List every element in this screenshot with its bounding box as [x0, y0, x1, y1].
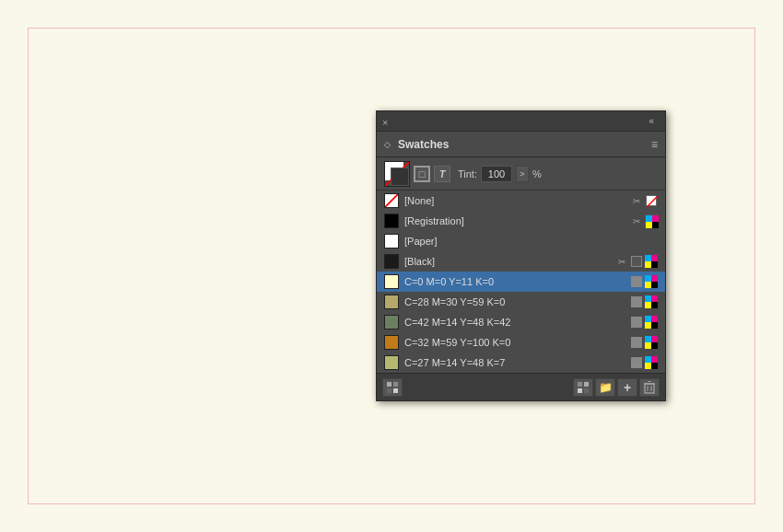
- swatch-0-grid-icon: [630, 275, 643, 288]
- swatch-1-grid-icon: [630, 295, 643, 308]
- swatch-color-black: [384, 254, 399, 269]
- swatch-color-4: [384, 355, 399, 370]
- svg-rect-4: [393, 382, 398, 387]
- swatches-icon: [386, 381, 399, 394]
- swatch-row-0[interactable]: C=0 M=0 Y=11 K=0: [377, 272, 665, 292]
- swatch-row-paper[interactable]: [Paper]: [377, 231, 665, 251]
- swatch-color-1: [384, 295, 399, 309]
- swatch-name-0: C=0 M=0 Y=11 K=0: [404, 276, 625, 287]
- swatch-0-icons: [630, 275, 658, 288]
- svg-rect-6: [393, 388, 398, 393]
- swatch-row-none[interactable]: [None] ✂: [377, 191, 665, 211]
- panel-header: ◇ Swatches ≡: [377, 132, 665, 157]
- swatch-4-grid-icon: [630, 356, 643, 369]
- show-color-groups-button[interactable]: [573, 378, 593, 397]
- swatch-name-black: [Black]: [404, 256, 610, 267]
- swatch-name-registration: [Registration]: [404, 215, 625, 226]
- swatch-name-none: [None]: [404, 195, 625, 206]
- svg-rect-9: [578, 388, 582, 393]
- footer-left: [382, 378, 403, 397]
- swatch-name-paper: [Paper]: [404, 236, 652, 247]
- fill-stroke-preview[interactable]: [384, 161, 410, 187]
- swatch-0-cmyk-icon: [645, 275, 658, 288]
- folder-icon: 📁: [599, 381, 613, 394]
- panel-titlebar: × «: [377, 111, 665, 132]
- new-color-group-button[interactable]: 📁: [595, 378, 615, 397]
- swatch-color-none: [384, 193, 399, 208]
- swatch-row-4[interactable]: C=27 M=14 Y=48 K=7: [377, 353, 665, 373]
- black-cmyk-icon: [645, 255, 658, 268]
- panel-menu-button[interactable]: ≡: [651, 138, 658, 151]
- swatch-name-2: C=42 M=14 Y=48 K=42: [404, 317, 625, 328]
- scissors-icon-reg: ✂: [630, 214, 643, 227]
- svg-rect-5: [387, 388, 392, 393]
- swatch-row-1[interactable]: C=28 M=30 Y=59 K=0: [377, 292, 665, 312]
- swatch-1-cmyk-icon: [645, 295, 658, 308]
- panel-close-button[interactable]: ×: [382, 117, 392, 126]
- swatch-row-registration[interactable]: [Registration] ✂: [377, 211, 665, 231]
- toolbar-row: □ T Tint: > %: [377, 157, 665, 191]
- swatch-row-black[interactable]: [Black] ✂: [377, 251, 665, 272]
- swatch-black-icons: ✂: [615, 255, 658, 268]
- panel-collapse-button[interactable]: «: [649, 116, 654, 126]
- svg-rect-10: [584, 388, 589, 393]
- svg-rect-3: [387, 382, 392, 387]
- swatch-2-grid-icon: [630, 316, 643, 329]
- swatch-color-registration: [384, 214, 399, 228]
- none-color-icon: [645, 194, 658, 207]
- swatch-color-paper: [384, 234, 399, 249]
- swatch-color-2: [384, 315, 399, 330]
- swatch-3-grid-icon: [630, 336, 643, 349]
- svg-rect-7: [578, 382, 582, 387]
- swatches-panel: × « ◇ Swatches ≡ □ T Tint: > %: [376, 110, 666, 401]
- tint-input[interactable]: [481, 166, 512, 182]
- swatch-color-0: [384, 274, 399, 289]
- delete-swatch-button[interactable]: [639, 378, 660, 397]
- panel-footer: 📁 +: [377, 373, 665, 400]
- stroke-preview: [391, 168, 409, 186]
- tint-label: Tint:: [458, 168, 477, 179]
- new-swatch-button[interactable]: +: [617, 378, 637, 397]
- scissors-icon: ✂: [630, 194, 643, 207]
- svg-rect-8: [584, 382, 589, 387]
- swatch-4-icons: [630, 356, 658, 369]
- footer-right: 📁 +: [573, 378, 660, 397]
- swatch-3-icons: [630, 336, 658, 349]
- swatch-3-cmyk-icon: [645, 336, 658, 349]
- plus-icon: +: [624, 380, 631, 395]
- swatch-1-icons: [630, 295, 658, 308]
- tint-stepper[interactable]: >: [516, 166, 529, 182]
- swatch-row-2[interactable]: C=42 M=14 Y=48 K=42: [377, 312, 665, 332]
- trash-icon: [644, 381, 655, 394]
- swatch-2-cmyk-icon: [645, 316, 658, 329]
- text-color-icon[interactable]: T: [434, 166, 450, 182]
- svg-line-2: [647, 196, 658, 207]
- reg-icon: [645, 214, 658, 227]
- swatch-color-3: [384, 335, 399, 350]
- black-grid-icon: [630, 255, 643, 268]
- swatch-name-4: C=27 M=14 Y=48 K=7: [404, 357, 625, 368]
- tint-percent: %: [532, 168, 542, 179]
- scissors-icon-black: ✂: [615, 255, 628, 268]
- swatch-4-cmyk-icon: [645, 356, 658, 369]
- swatch-row-3[interactable]: C=32 M=59 Y=100 K=0: [377, 332, 665, 353]
- none-slash: [385, 194, 398, 207]
- panel-title-icon: ◇: [384, 140, 393, 149]
- swatch-reg-icons: ✂: [630, 214, 658, 227]
- swatch-name-1: C=28 M=30 Y=59 K=0: [404, 296, 625, 307]
- swatch-name-3: C=32 M=59 Y=100 K=0: [404, 337, 625, 348]
- show-all-swatches-button[interactable]: [382, 378, 403, 397]
- swatch-none-icons: ✂: [630, 194, 658, 207]
- panel-title: Swatches: [398, 138, 651, 151]
- svg-rect-11: [645, 384, 654, 393]
- fill-icon[interactable]: □: [414, 166, 430, 182]
- color-groups-icon: [577, 381, 590, 394]
- swatch-2-icons: [630, 316, 658, 329]
- swatches-list: [None] ✂ [Registration] ✂: [377, 191, 665, 373]
- svg-line-1: [385, 194, 398, 207]
